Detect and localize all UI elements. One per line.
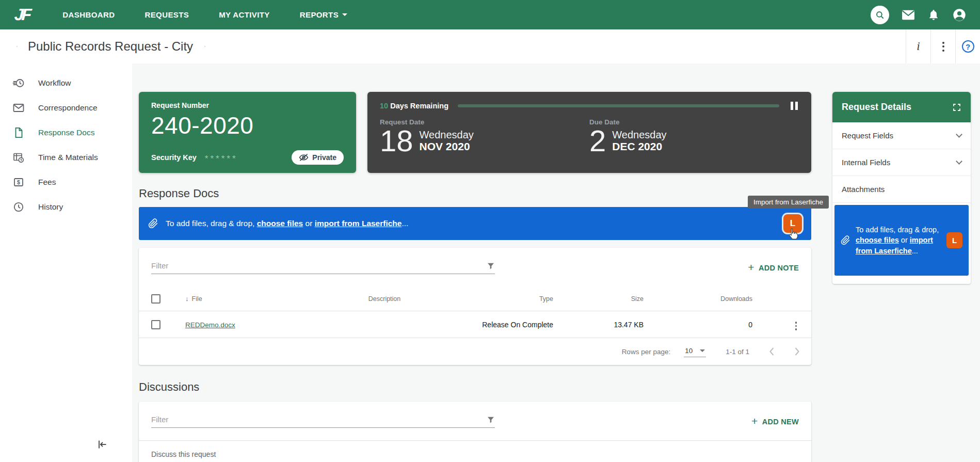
paperclip-icon [148, 218, 158, 229]
history-icon [12, 201, 25, 213]
notifications-bell-icon[interactable] [927, 9, 940, 21]
due-date-month-year: DEC 2020 [612, 140, 666, 153]
more-vertical-icon [942, 42, 944, 52]
app-logo[interactable]: JF [14, 5, 30, 24]
svg-text:$: $ [17, 179, 20, 185]
file-dropzone[interactable]: To add files, drag & drop, choose files … [139, 207, 811, 240]
sidebar-item-correspondence[interactable]: Correspondence [0, 95, 132, 120]
timeline-card: 10 Days Remaining Request Date 18 Wednes… [367, 92, 811, 173]
import-laserfiche-link[interactable]: import from Laserfiche [315, 219, 402, 228]
file-link[interactable]: REDDemo.docx [185, 321, 235, 329]
sidebar-item-time-materials[interactable]: Time & Materials [0, 145, 132, 170]
pause-icon[interactable] [790, 101, 799, 111]
choose-files-link[interactable]: choose files [856, 236, 899, 244]
attachments-section[interactable]: Attachments [832, 176, 971, 203]
expand-fullscreen-icon[interactable] [952, 103, 961, 112]
laserfiche-import-button[interactable]: L [783, 214, 802, 233]
filter-funnel-icon[interactable] [487, 262, 495, 270]
top-nav: JF DASHBOARD REQUESTS MY ACTIVITY REPORT… [0, 0, 980, 29]
column-header-size[interactable]: Size [553, 295, 644, 302]
dropzone-text: To add files, drag & drop, choose files … [166, 219, 408, 228]
discussions-empty-text: Discuss this request [139, 440, 811, 462]
breadcrumb-bar: Public Records Request - City i ? [0, 29, 980, 63]
help-button[interactable]: ? [955, 29, 980, 63]
request-date-weekday: Wednesday [420, 129, 474, 140]
discussions-filter-input[interactable] [151, 415, 487, 424]
internal-fields-accordion[interactable]: Internal Fields [832, 149, 971, 176]
security-key-masked-value: ****** [205, 154, 238, 164]
mail-icon[interactable] [902, 9, 915, 21]
row-checkbox[interactable] [151, 320, 160, 329]
days-remaining: 10 Days Remaining [380, 102, 448, 110]
attachments-dropzone[interactable]: To add files, drag & drop, choose files … [834, 205, 969, 276]
column-header-type[interactable]: Type [459, 295, 553, 302]
fees-icon: $ [12, 176, 25, 188]
top-nav-actions [871, 6, 967, 24]
search-icon [875, 10, 885, 20]
request-number-card: Request Number 240-2020 Security Key ***… [139, 92, 356, 173]
more-options-button[interactable] [930, 29, 955, 63]
discussions-card: + ADD NEW Discuss this request [139, 402, 811, 462]
nav-requests[interactable]: REQUESTS [144, 10, 189, 19]
column-header-file[interactable]: ↓File [172, 295, 310, 302]
due-date-weekday: Wednesday [612, 129, 666, 140]
column-header-description[interactable]: Description [310, 295, 459, 302]
nav-reports[interactable]: REPORTS [300, 10, 347, 19]
add-new-button[interactable]: + ADD NEW [751, 416, 799, 427]
filter-funnel-icon[interactable] [487, 416, 495, 424]
rows-per-page-label: Rows per page: [622, 348, 671, 356]
pagination-bar: Rows per page: 10 1-1 of 1 [139, 338, 811, 365]
request-date-day: 18 [380, 127, 413, 154]
column-header-downloads[interactable]: Downloads [644, 295, 752, 302]
private-toggle-button[interactable]: Private [292, 150, 344, 165]
request-details-title: Request Details [842, 102, 911, 113]
attachments-dropzone-text: To add files, drag & drop, choose files … [856, 225, 941, 257]
request-date-block: Request Date 18 Wednesday NOV 2020 [380, 118, 589, 166]
time-materials-icon [12, 151, 25, 164]
row-actions-menu-icon[interactable] [793, 320, 799, 332]
sidebar-item-response-docs[interactable]: Response Docs [0, 120, 132, 145]
collapse-sidebar-button[interactable] [96, 438, 108, 451]
sidebar-item-history[interactable]: History [0, 195, 132, 219]
forward-chevron-icon[interactable] [201, 41, 208, 52]
sidebar-item-workflow[interactable]: Workflow [0, 71, 132, 95]
help-icon: ? [962, 40, 974, 53]
response-docs-heading: Response Docs [139, 187, 811, 200]
center-column: Request Number 240-2020 Security Key ***… [139, 63, 811, 462]
choose-files-link[interactable]: choose files [257, 219, 303, 228]
laserfiche-import-button[interactable]: L [946, 232, 962, 248]
request-number-label: Request Number [151, 101, 344, 109]
sidebar-item-fees[interactable]: $ Fees [0, 170, 132, 195]
chevron-down-icon [342, 13, 347, 16]
envelope-icon [12, 102, 25, 114]
request-details-panel: Request Details Request Fields Internal … [832, 92, 971, 462]
due-date-block: Due Date 2 Wednesday DEC 2020 [589, 118, 799, 166]
back-chevron-icon[interactable] [13, 41, 21, 52]
account-icon[interactable] [952, 8, 967, 22]
next-page-icon[interactable] [794, 347, 800, 356]
main-nav: DASHBOARD REQUESTS MY ACTIVITY REPORTS [62, 10, 377, 19]
nav-my-activity[interactable]: MY ACTIVITY [219, 10, 270, 19]
document-icon [12, 126, 25, 139]
request-fields-accordion[interactable]: Request Fields [832, 122, 971, 149]
request-details-body: Request Fields Internal Fields Attachmen… [832, 122, 971, 284]
info-icon: i [917, 40, 920, 53]
info-button[interactable]: i [906, 29, 930, 63]
response-docs-filter-input[interactable] [151, 261, 487, 270]
row-size: 13.47 KB [553, 321, 644, 329]
main-area: Request Number 240-2020 Security Key ***… [132, 63, 980, 462]
plus-icon: + [748, 262, 754, 273]
chevron-down-icon [700, 349, 705, 352]
paperclip-icon [841, 235, 850, 246]
pagination-range: 1-1 of 1 [726, 348, 749, 356]
table-row: REDDemo.docx Release On Complete 13.47 K… [139, 311, 811, 338]
rows-per-page-select[interactable]: 10 [684, 346, 706, 357]
select-all-checkbox[interactable] [151, 294, 160, 304]
import-laserfiche-tooltip: Import from Laserfiche [748, 196, 829, 209]
nav-dashboard[interactable]: DASHBOARD [62, 10, 115, 19]
left-sidebar: Workflow Correspondence Response Docs Ti… [0, 63, 132, 462]
discussions-filter-field [151, 415, 495, 428]
search-button[interactable] [871, 6, 889, 24]
previous-page-icon[interactable] [769, 347, 775, 356]
add-note-button[interactable]: + ADD NOTE [748, 262, 799, 273]
